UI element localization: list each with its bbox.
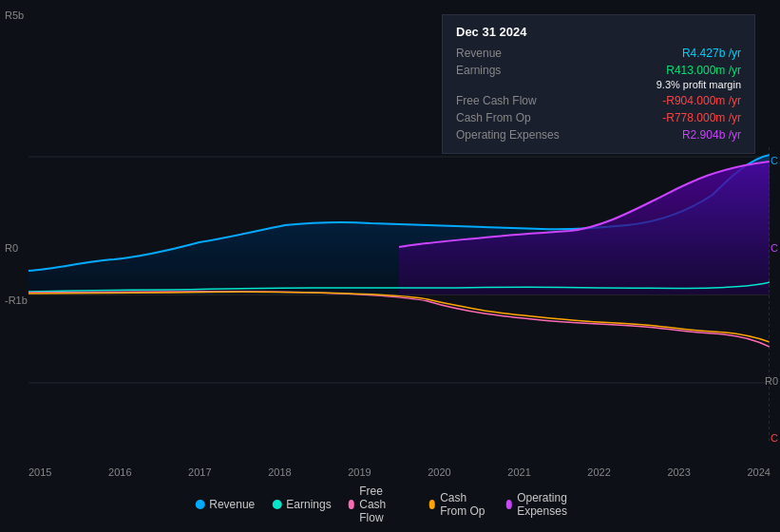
chart-svg xyxy=(29,147,770,442)
tooltip-opex-row: Operating Expenses R2.904b /yr xyxy=(456,126,741,143)
tooltip-date: Dec 31 2024 xyxy=(456,25,741,39)
x-label-2015: 2015 xyxy=(29,466,51,478)
legend-label-cashop: Cash From Op xyxy=(440,491,488,518)
x-label-2018: 2018 xyxy=(268,466,291,478)
y-label-r1b: -R1b xyxy=(5,294,28,306)
x-label-2021: 2021 xyxy=(507,466,530,478)
tooltip-fcf-row: Free Cash Flow -R904.000m /yr xyxy=(456,92,741,109)
legend-earnings: Earnings xyxy=(272,498,331,511)
legend-revenue: Revenue xyxy=(195,498,255,511)
tooltip-fcf-label: Free Cash Flow xyxy=(456,94,537,107)
legend-label-revenue: Revenue xyxy=(209,498,255,511)
chart-legend: Revenue Earnings Free Cash Flow Cash Fro… xyxy=(195,484,585,524)
x-label-2022: 2022 xyxy=(587,466,610,478)
x-axis-labels: 2015 2016 2017 2018 2019 2020 2021 2022 … xyxy=(29,466,770,478)
legend-label-fcf: Free Cash Flow xyxy=(359,484,411,524)
tooltip-cashop-value: -R778.000m /yr xyxy=(662,111,741,124)
legend-dot-opex xyxy=(506,500,513,509)
right-label-top: C xyxy=(770,155,778,166)
x-label-2023: 2023 xyxy=(667,466,690,478)
legend-dot-cashop xyxy=(429,500,436,509)
tooltip-earnings-row: Earnings R413.000m /yr xyxy=(456,62,741,79)
tooltip-earnings-label: Earnings xyxy=(456,64,501,77)
right-label-opex: C xyxy=(770,242,778,254)
x-label-2019: 2019 xyxy=(348,466,371,478)
tooltip-cashop-row: Cash From Op -R778.000m /yr xyxy=(456,109,741,126)
tooltip-cashop-label: Cash From Op xyxy=(456,111,531,124)
legend-dot-revenue xyxy=(195,500,204,509)
tooltip-earnings-value: R413.000m /yr xyxy=(666,64,741,77)
tooltip-revenue-row: Revenue R4.427b /yr xyxy=(456,45,741,62)
tooltip-revenue-value: R4.427b /yr xyxy=(682,47,741,60)
legend-dot-earnings xyxy=(272,500,281,509)
legend-label-opex: Operating Expenses xyxy=(517,491,585,518)
data-tooltip: Dec 31 2024 Revenue R4.427b /yr Earnings… xyxy=(442,14,755,154)
y-label-r0: R0 xyxy=(5,242,18,254)
x-label-2017: 2017 xyxy=(188,466,211,478)
legend-label-earnings: Earnings xyxy=(286,498,331,511)
cashop-line xyxy=(29,292,770,342)
y-label-r5b: R5b xyxy=(5,10,24,21)
tooltip-fcf-value: -R904.000m /yr xyxy=(662,94,741,107)
tooltip-opex-label: Operating Expenses xyxy=(456,128,560,142)
tooltip-revenue-label: Revenue xyxy=(456,47,502,60)
right-label-bottom: C xyxy=(770,432,778,444)
tooltip-opex-value: R2.904b /yr xyxy=(682,128,741,142)
legend-opex: Operating Expenses xyxy=(506,491,585,518)
fcf-line xyxy=(29,292,770,347)
x-label-2024: 2024 xyxy=(747,466,770,478)
x-label-2020: 2020 xyxy=(428,466,450,478)
legend-cashop: Cash From Op xyxy=(429,491,489,518)
right-label-r0: R0 xyxy=(765,375,778,387)
tooltip-profit-margin: 9.3% profit margin xyxy=(456,79,741,92)
legend-fcf: Free Cash Flow xyxy=(349,484,412,524)
x-label-2016: 2016 xyxy=(108,466,131,478)
legend-dot-fcf xyxy=(349,500,355,509)
